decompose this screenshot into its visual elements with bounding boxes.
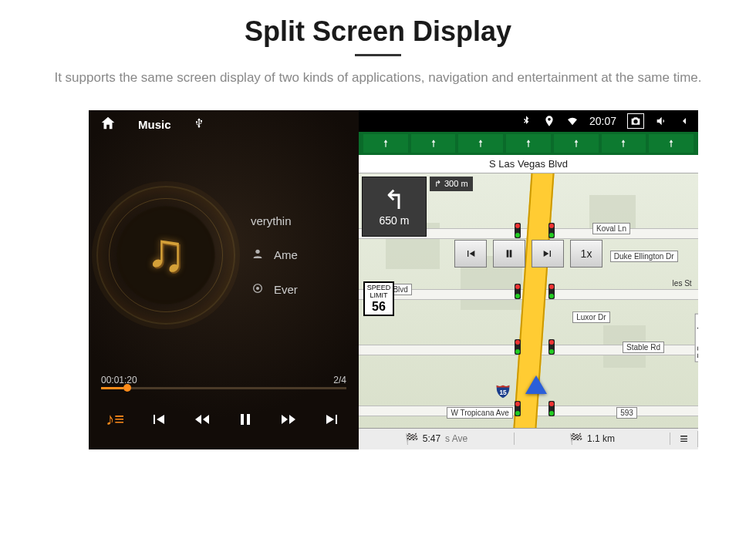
lane-guidance-bar [359, 132, 698, 155]
lane-arrow [554, 134, 599, 153]
road-label: E Reno Ave [695, 314, 698, 362]
music-app-label: Music [138, 118, 171, 131]
sim-prev-button[interactable] [454, 240, 487, 268]
next-track-button[interactable] [319, 406, 346, 433]
lane-arrow [458, 134, 503, 153]
back-icon[interactable] [678, 115, 690, 127]
lane-arrow [602, 134, 646, 153]
page-title: Split Screen Display [31, 15, 725, 48]
svg-point-2 [257, 287, 259, 289]
screenshot-icon[interactable] [627, 113, 644, 129]
lane-arrow [506, 134, 551, 153]
pause-button[interactable] [232, 406, 258, 433]
current-street-bar: S Las Vegas Blvd [359, 155, 698, 173]
svg-point-0 [255, 249, 259, 253]
title-underline [355, 54, 401, 56]
distance-cell[interactable]: 🏁 1.1 km [515, 433, 670, 445]
clock: 20:07 [589, 115, 616, 127]
page-subtitle: It supports the same screen display of t… [31, 69, 725, 87]
eta-cell[interactable]: 🏁 5:47 s Ave [359, 433, 515, 445]
wifi-icon [566, 115, 579, 127]
rewind-button[interactable] [189, 406, 215, 433]
road-label: Stable Rd [623, 342, 664, 353]
sim-pause-button[interactable] [493, 240, 525, 268]
music-note-icon: ♫ [146, 221, 187, 283]
artist-row[interactable]: Ame [251, 247, 359, 262]
sim-next-button[interactable] [532, 240, 564, 268]
lane-arrow [363, 134, 408, 153]
flag-icon: 🏁 [405, 433, 418, 445]
android-status-bar: 20:07 [359, 110, 698, 132]
turn-left-icon: ↰ [383, 187, 405, 213]
home-icon[interactable] [100, 115, 116, 134]
track-counter: 2/4 [333, 375, 346, 385]
road-label: les St [670, 278, 695, 288]
album-art-ring: ♫ [96, 186, 235, 325]
map-canvas[interactable]: Koval Ln Duke Ellington Dr Vegas Blvd Lu… [359, 173, 698, 449]
track-title-row: verythin [251, 214, 359, 227]
progress-bar[interactable] [101, 387, 346, 389]
album-row[interactable]: Ever [251, 282, 359, 297]
road-label: Koval Ln [592, 223, 630, 234]
vehicle-cursor-icon [525, 375, 547, 394]
road-label: 593 [616, 407, 637, 419]
lane-arrow [649, 134, 694, 153]
usb-icon[interactable] [193, 117, 205, 132]
location-icon [543, 115, 555, 127]
device-frame: Music ♫ verythin Ame [89, 110, 698, 449]
interstate-shield-icon: 15 [494, 382, 511, 399]
progress-area: 00:01:20 2/4 [89, 372, 359, 389]
next-turn-chip: ↱ 300 m [430, 177, 473, 191]
playlist-button[interactable]: ♪≡ [102, 406, 128, 433]
turn-instruction-box[interactable]: ↰ 650 m [362, 177, 427, 237]
prev-track-button[interactable] [145, 406, 171, 433]
elapsed-time: 00:01:20 [101, 375, 137, 385]
flag-icon: 🏁 [569, 433, 582, 445]
bluetooth-icon [520, 115, 532, 127]
sim-speed-button[interactable]: 1x [570, 240, 602, 268]
lane-arrow [411, 134, 456, 153]
person-icon [251, 247, 265, 262]
music-controls: ♪≡ [89, 389, 359, 449]
turn-right-icon: ↱ [434, 179, 441, 189]
road-label: Duke Ellington Dr [610, 251, 678, 262]
disc-icon [251, 282, 265, 297]
road-label: Luxor Dr [572, 311, 609, 323]
forward-button[interactable] [275, 406, 302, 433]
volume-icon[interactable] [655, 115, 667, 127]
simulation-controls: 1x [454, 240, 602, 268]
road-label: W Tropicana Ave [447, 407, 512, 419]
music-app-pane: Music ♫ verythin Ame [89, 110, 359, 449]
navigation-app-pane: 20:07 S Las Vegas Blvd Koval Ln Duke Ell… [359, 110, 698, 449]
turn-distance: 650 m [380, 214, 410, 227]
nav-bottom-bar: 🏁 5:47 s Ave 🏁 1.1 km ≡ [359, 428, 698, 449]
nav-menu-button[interactable]: ≡ [670, 431, 698, 447]
music-top-bar: Music [89, 110, 359, 140]
speed-limit-sign: SPEED LIMIT 56 [363, 281, 394, 316]
svg-text:15: 15 [499, 389, 507, 396]
